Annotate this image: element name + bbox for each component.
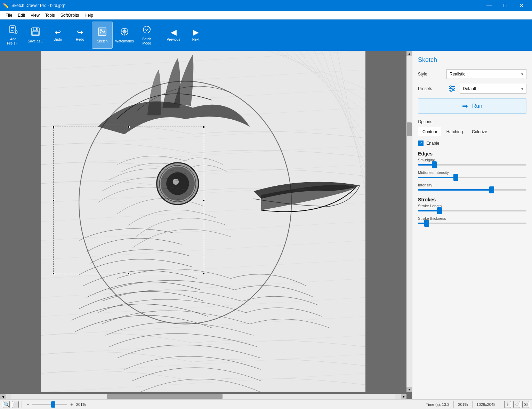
presets-icon-container[interactable] [446, 83, 458, 94]
presets-dropdown[interactable]: Default ▼ [460, 84, 526, 94]
zoom-out-button[interactable]: − [25, 401, 31, 408]
app-title: Sketch Drawer Pro - bird.jpg* [11, 3, 65, 8]
zoom-slider-thumb[interactable] [51, 401, 55, 408]
save-as-icon [31, 27, 40, 38]
title-bar-left: ✏️ Sketch Drawer Pro - bird.jpg* [3, 3, 65, 8]
stroke-length-label: Stroke Length [418, 204, 526, 208]
zoom-actual-button[interactable]: ⬜ [12, 401, 19, 408]
status-divider-3 [472, 401, 473, 408]
app-icon: ✏️ [3, 3, 9, 8]
zoom-slider[interactable] [32, 404, 67, 405]
tab-contour[interactable]: Contour [418, 127, 442, 136]
maximize-button[interactable]: □ [497, 0, 513, 11]
menu-bar: File Edit View Tools SoftOrbits Help [0, 11, 532, 19]
presets-value: Default [463, 86, 476, 91]
menu-view[interactable]: View [28, 12, 42, 18]
scroll-right-button[interactable]: ▶ [401, 394, 406, 399]
zoom-in-button[interactable]: + [68, 401, 75, 408]
menu-file[interactable]: File [3, 12, 15, 18]
style-dropdown[interactable]: Realistic ▼ [446, 69, 526, 79]
batch-mode-button[interactable]: Batch Mode [136, 22, 157, 49]
zoom-slider-track[interactable] [32, 404, 67, 405]
intensity-group: Intensity [418, 183, 526, 191]
redo-label: Redo [76, 38, 84, 42]
status-divider-1 [22, 401, 22, 408]
main-area: ▲ ▼ ◀ ▶ Sketch Style Realistic ▼ [0, 51, 532, 399]
save-as-button[interactable]: Save as... [25, 22, 46, 49]
style-dropdown-arrow: ▼ [521, 72, 524, 76]
scroll-track-horizontal[interactable] [11, 394, 395, 399]
scroll-left-button[interactable]: ◀ [0, 394, 6, 399]
stroke-length-slider-thumb[interactable] [437, 207, 442, 214]
menu-help[interactable]: Help [82, 12, 96, 18]
scroll-track-vertical[interactable] [406, 56, 412, 387]
previous-icon: ◀ [171, 29, 177, 36]
heart-button[interactable]: ♡ [513, 401, 520, 408]
strokes-heading: Strokes [418, 197, 526, 202]
horizontal-scrollbar[interactable]: ◀ ▶ [0, 394, 406, 399]
menu-tools[interactable]: Tools [42, 12, 58, 18]
sketch-button[interactable]: Sketch [92, 22, 113, 49]
info-button[interactable]: ℹ [504, 401, 511, 408]
midtones-slider-container [418, 177, 526, 178]
scroll-thumb-horizontal[interactable] [107, 394, 223, 399]
zoom-fit-button[interactable]: 🔍 [3, 401, 10, 408]
bird-canvas [0, 51, 406, 392]
presets-label: Presets [418, 86, 442, 91]
midtones-slider-track[interactable] [418, 177, 526, 178]
status-zoom-value: 201% [458, 402, 468, 407]
scroll-up-button[interactable]: ▲ [406, 51, 412, 56]
redo-button[interactable]: ↪ Redo [70, 22, 90, 49]
stroke-length-group: Stroke Length [418, 204, 526, 211]
midtones-slider-fill [418, 177, 456, 178]
style-value: Realistic [450, 72, 465, 77]
status-bar: 🔍 ⬜ − + 201% Time (s): 13.3 201% 1026x20… [0, 399, 532, 409]
title-bar: ✏️ Sketch Drawer Pro - bird.jpg* — □ ✕ [0, 0, 532, 11]
run-button[interactable]: ➡ Run [418, 98, 526, 114]
menu-edit[interactable]: Edit [15, 12, 28, 18]
share-button[interactable]: ✉ [522, 401, 529, 408]
menu-softorbits[interactable]: SoftOrbits [58, 12, 82, 18]
scroll-down-button[interactable]: ▼ [406, 387, 412, 392]
toolbar-separator [160, 25, 160, 46]
status-dimensions: 1026x2048 [477, 402, 495, 407]
stroke-thickness-group: Stroke thickness [418, 216, 526, 224]
intensity-label: Intensity [418, 183, 526, 187]
stroke-thickness-slider-track[interactable] [418, 223, 526, 224]
add-files-icon [8, 25, 18, 36]
canvas-area[interactable]: ▲ ▼ ◀ ▶ [0, 51, 412, 399]
batch-mode-icon [142, 25, 152, 36]
redo-icon: ↪ [77, 29, 83, 36]
undo-button[interactable]: ↩ Undo [47, 22, 68, 49]
watermarks-button[interactable]: Watermarks [114, 22, 135, 49]
presets-sliders-icon [448, 85, 456, 93]
tab-colorize[interactable]: Colorize [467, 127, 492, 136]
next-button[interactable]: ▶ Next [185, 22, 206, 49]
stroke-thickness-slider-container [418, 223, 526, 224]
minimize-button[interactable]: — [481, 0, 497, 11]
title-bar-controls: — □ ✕ [481, 0, 529, 11]
previous-button[interactable]: ◀ Previous [163, 22, 184, 49]
intensity-slider-fill [418, 189, 492, 191]
svg-rect-11 [98, 28, 106, 35]
presets-section: Presets Default [418, 83, 526, 94]
watermarks-icon [120, 27, 129, 38]
stroke-length-slider-track[interactable] [418, 210, 526, 211]
add-files-button[interactable]: Add File(s)... [3, 22, 24, 49]
midtones-slider-thumb[interactable] [453, 174, 458, 181]
zoom-display: 201% [76, 402, 88, 407]
svg-rect-9 [32, 32, 39, 35]
stroke-thickness-slider-thumb[interactable] [424, 220, 429, 227]
enable-checkbox[interactable]: ✓ [418, 141, 424, 146]
smudging-slider-thumb[interactable] [432, 161, 437, 168]
smudging-slider-track[interactable] [418, 164, 526, 166]
vertical-scrollbar[interactable]: ▲ ▼ [406, 51, 412, 392]
scroll-thumb-vertical[interactable] [407, 122, 412, 136]
close-button[interactable]: ✕ [513, 0, 529, 11]
intensity-slider-track[interactable] [418, 189, 526, 191]
presets-dropdown-arrow: ▼ [521, 87, 524, 91]
tab-hatching[interactable]: Hatching [442, 127, 467, 136]
time-label: Time (s): 13.3 [426, 402, 449, 407]
sketch-icon [97, 27, 107, 38]
intensity-slider-thumb[interactable] [489, 186, 494, 193]
